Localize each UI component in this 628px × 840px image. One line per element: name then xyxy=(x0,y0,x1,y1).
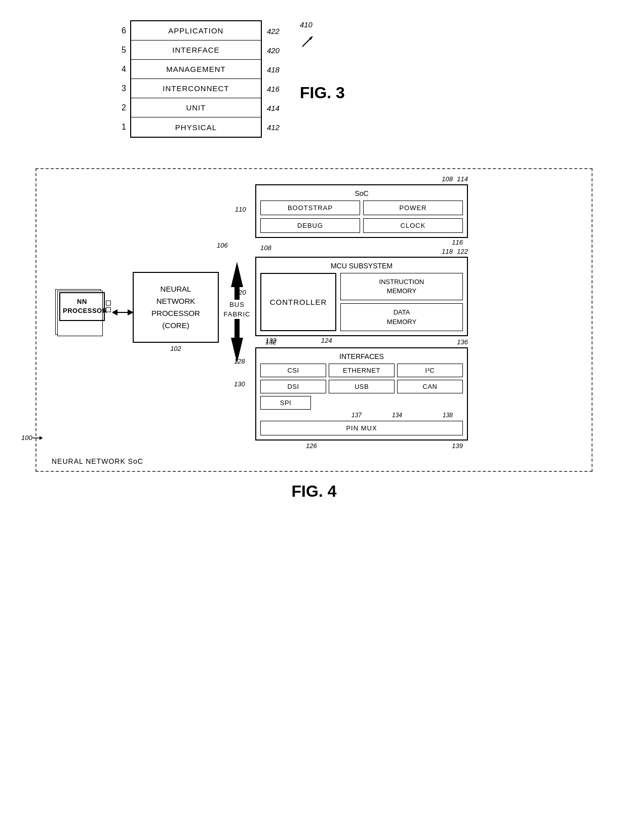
ref-108b-area: 108 xyxy=(255,244,468,252)
svg-marker-7 xyxy=(231,262,243,287)
soc-title: SoC xyxy=(260,189,463,197)
mcu-inner: CONTROLLER INSTRUCTION MEMORY DATA MEMOR… xyxy=(260,273,463,331)
soc-clock: CLOCK xyxy=(363,218,463,233)
iface-ref-134: 134 xyxy=(392,412,402,419)
nnp-core-box: NEURAL NETWORK PROCESSOR (CORE) xyxy=(133,272,219,343)
nnp-ref-102: 102 xyxy=(170,345,181,352)
layer-physical: PHYSICAL xyxy=(131,117,261,137)
interfaces-wrapper: 136 128 130 132 INTERFACES CSI ETHERNET … xyxy=(255,347,468,441)
interfaces-title: INTERFACES xyxy=(260,352,463,361)
bus-fabric-area: 106 BUS FABRIC xyxy=(222,257,252,368)
nnp-core-wrapper: NEURAL NETWORK PROCESSOR (CORE) 102 xyxy=(133,272,219,352)
iface-ref-128: 128 xyxy=(234,357,245,365)
layer-interface: INTERFACE xyxy=(131,41,261,60)
iface-csi: CSI xyxy=(260,364,326,377)
layer-application: APPLICATION xyxy=(131,21,261,41)
fig3-title: FIG. 3 xyxy=(300,84,345,102)
bus-label-line2: FABRIC xyxy=(224,309,251,319)
mcu-title: MCU SUBSYSTEM xyxy=(260,262,463,270)
fig4-title: FIG. 4 xyxy=(292,482,337,501)
iface-dsi: DSI xyxy=(260,380,326,393)
layer-ref-3: 416 xyxy=(267,79,280,98)
nn-proc-line1: NN xyxy=(63,297,101,306)
soc-ref-108: 108 xyxy=(442,175,453,183)
nnp-line4: (CORE) xyxy=(151,319,200,332)
iface-ref-130: 130 xyxy=(234,380,245,388)
layer-ref-1: 412 xyxy=(267,117,280,137)
instruction-memory: INSTRUCTION MEMORY xyxy=(340,273,463,300)
nn-proc-line2: PROCESSOR xyxy=(63,306,101,315)
iface-row2: DSI USB CAN xyxy=(260,380,463,393)
neural-network-soc-label: NEURAL NETWORK SoC xyxy=(52,457,143,466)
fig4-outer-label: NEURAL NETWORK SoC xyxy=(52,457,143,465)
soc-debug: DEBUG xyxy=(260,218,360,233)
pin-mux-wrapper: PIN MUX xyxy=(260,421,463,435)
mcu-ref-122: 122 xyxy=(457,248,468,255)
mcu-wrapper: 122 118 120 MCU SUBSYSTEM CONTROLLER INS… xyxy=(255,257,468,336)
page-container: 1 2 3 4 5 6 APPLICATION INTERFACE MANAGE… xyxy=(0,0,628,521)
bus-labels: BUS FABRIC xyxy=(222,300,252,319)
soc-bootstrap: BOOTSTRAP xyxy=(260,201,360,215)
nn-dots xyxy=(106,301,111,312)
iface-ref-139: 139 xyxy=(452,442,463,450)
soc-box: SoC BOOTSTRAP POWER DEBUG CLOCK xyxy=(255,184,468,238)
layer-numbers: 1 2 3 4 5 6 xyxy=(122,21,126,137)
mcu-ref-118: 118 xyxy=(442,248,453,255)
ref-100-area: 100 xyxy=(21,433,48,443)
mcu-ref-124: 124 xyxy=(321,337,332,344)
layer-num-6: 6 xyxy=(122,21,126,41)
layer-num-1: 1 xyxy=(122,117,126,137)
fig3-left: 1 2 3 4 5 6 APPLICATION INTERFACE MANAGE… xyxy=(122,20,280,138)
nn-proc-wrapper: NN PROCESSOR xyxy=(59,292,105,321)
nnp-line3: PROCESSOR xyxy=(151,307,200,319)
soc-ref-114: 114 xyxy=(457,175,468,183)
fig4-wrapper: 100 NN PROCESSOR xyxy=(30,168,598,501)
soc-power: POWER xyxy=(363,201,463,215)
layer-num-2: 2 xyxy=(122,98,126,117)
iface-can: CAN xyxy=(397,380,463,393)
iface-ref-137: 137 xyxy=(351,412,362,419)
mcu-ref-120: 120 xyxy=(235,289,246,296)
nn-dot-1 xyxy=(106,301,111,306)
iface-usb: USB xyxy=(329,380,395,393)
iface-ethernet: ETHERNET xyxy=(329,364,395,377)
ref-100-arrow-icon xyxy=(32,433,48,443)
data-memory: DATA MEMORY xyxy=(340,303,463,331)
svg-marker-3 xyxy=(40,436,43,440)
memory-col: INSTRUCTION MEMORY DATA MEMORY xyxy=(340,273,463,331)
layer-stack: APPLICATION INTERFACE MANAGEMENT INTERCO… xyxy=(130,20,262,138)
nn-dot-2 xyxy=(106,307,111,312)
bus-label-line1: BUS xyxy=(229,300,245,309)
layer-interconnect: INTERCONNECT xyxy=(131,79,261,98)
spi-row: SPI 137 134 138 xyxy=(260,396,463,410)
fig3-container: 1 2 3 4 5 6 APPLICATION INTERFACE MANAGE… xyxy=(122,20,598,138)
layer-management: MANAGEMENT xyxy=(131,60,261,79)
layer-num-3: 3 xyxy=(122,79,126,98)
nn-processor-box: NN PROCESSOR xyxy=(59,292,105,321)
iface-spi: SPI xyxy=(260,396,311,410)
iface-ref-136: 136 xyxy=(457,338,468,346)
soc-grid: BOOTSTRAP POWER DEBUG CLOCK xyxy=(260,201,463,233)
iface-ref-138: 138 xyxy=(443,412,453,419)
layer-unit: UNIT xyxy=(131,98,261,117)
iface-ref-126: 126 xyxy=(306,442,317,450)
layer-num-4: 4 xyxy=(122,60,126,79)
ref-100: 100 xyxy=(21,434,32,442)
fig4-content: NN PROCESSOR 104 xyxy=(52,184,576,441)
layer-ref-5: 420 xyxy=(267,41,280,60)
nn-processor-col: NN PROCESSOR 104 xyxy=(52,292,112,332)
nnp-line1: NEURAL xyxy=(151,283,200,295)
bus-ref-106: 106 xyxy=(217,242,228,249)
fig3-arrow-icon xyxy=(300,34,315,49)
pin-mux-box: PIN MUX xyxy=(260,421,463,435)
soc-ref-110: 110 xyxy=(235,206,246,213)
layer-labels: 412 414 416 418 420 422 xyxy=(267,21,280,137)
layer-num-5: 5 xyxy=(122,41,126,60)
iface-row1: CSI ETHERNET I²C xyxy=(260,364,463,377)
soc-ref-108b: 108 xyxy=(260,244,271,252)
interfaces-box: INTERFACES CSI ETHERNET I²C DSI USB CAN xyxy=(255,347,468,441)
mcu-box: MCU SUBSYSTEM CONTROLLER INSTRUCTION MEM… xyxy=(255,257,468,336)
iface-i2c: I²C xyxy=(397,364,463,377)
controller-box: CONTROLLER xyxy=(260,273,336,331)
arrow-nn-nnp xyxy=(112,307,133,317)
